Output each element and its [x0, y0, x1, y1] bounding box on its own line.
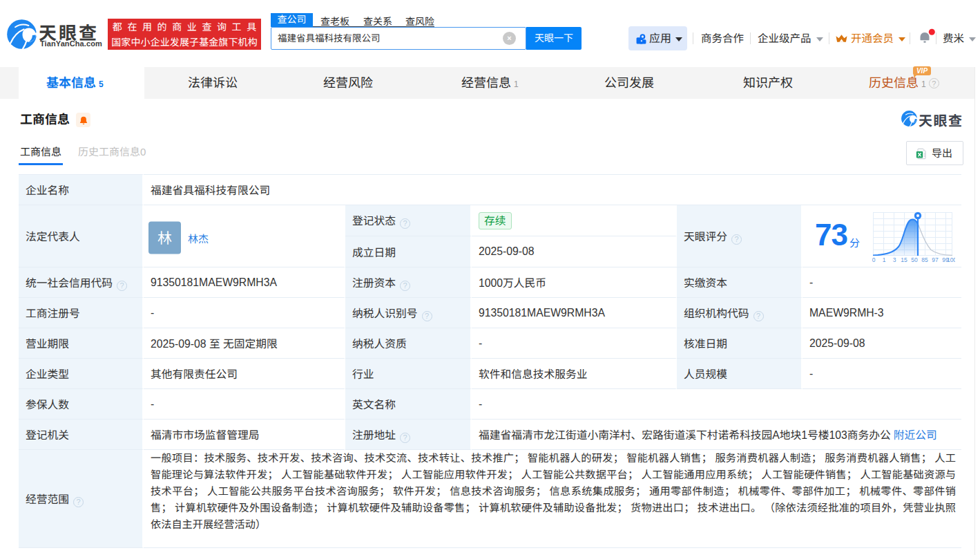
svg-text:1: 1 — [883, 256, 886, 263]
svg-text:97: 97 — [932, 256, 939, 263]
svg-text:50: 50 — [911, 256, 918, 263]
svg-text:100: 100 — [947, 256, 955, 263]
svg-text:85: 85 — [921, 256, 928, 263]
svg-text:3: 3 — [893, 256, 896, 263]
svg-text:15: 15 — [901, 256, 907, 263]
svg-text:0: 0 — [872, 256, 876, 263]
